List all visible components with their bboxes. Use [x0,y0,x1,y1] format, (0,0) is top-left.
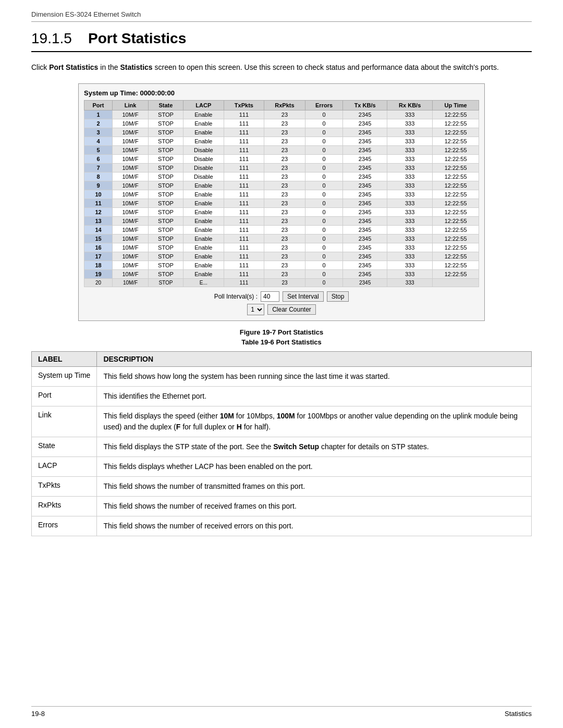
data-cell: 333 [387,235,433,243]
port-cell: 10 [84,190,113,199]
partial-data-cell [433,279,479,287]
data-cell: 10M/F [113,190,149,199]
data-cell: 10M/F [113,208,149,217]
data-cell: 10M/F [113,172,149,181]
desc-header-label: LABEL [32,352,97,367]
data-cell: 10M/F [113,235,149,243]
data-cell: 2345 [343,119,387,128]
desc-header-row: LABEL DESCRIPTION [32,352,532,367]
data-cell: 0 [305,208,343,217]
set-interval-button[interactable]: Set Interval [283,291,324,302]
data-cell: 0 [305,155,343,164]
stop-button[interactable]: Stop [327,291,349,302]
data-cell: 333 [387,128,433,137]
figure-caption: Figure 19-7 Port Statistics [31,328,532,336]
data-cell: STOP [149,155,183,164]
data-cell: STOP [149,172,183,181]
data-cell: 333 [387,164,433,172]
description-table: LABEL DESCRIPTION System up Time This fi… [31,351,532,536]
data-cell: Enable [183,208,224,217]
clear-counter-button[interactable]: Clear Counter [267,304,316,315]
data-cell: 2345 [343,226,387,235]
data-cell: 23 [264,252,305,261]
data-cell: 10M/F [113,128,149,137]
data-cell: 111 [224,208,264,217]
desc-header-description: DESCRIPTION [97,352,532,367]
data-cell: STOP [149,235,183,243]
data-cell: 12:22:55 [433,252,479,261]
data-cell: 23 [264,235,305,243]
data-cell: 2345 [343,208,387,217]
data-cell: 111 [224,172,264,181]
data-cell: 111 [224,137,264,146]
table-header-row: Port Link State LACP TxPkts RxPkts Error… [84,101,479,110]
data-cell: 111 [224,110,264,119]
data-cell: 0 [305,261,343,270]
table-row: 1310M/FSTOPEnable111230234533312:22:55 [84,217,479,226]
table-row: 1010M/FSTOPEnable111230234533312:22:55 [84,190,479,199]
port-cell: 19 [84,270,113,279]
col-header-link: Link [113,101,149,110]
desc-port: This identifies the Ethernet port. [97,387,532,406]
data-cell: 10M/F [113,164,149,172]
table-row: 510M/FSTOPDisable111230234533312:22:55 [84,146,479,155]
data-cell: 23 [264,226,305,235]
data-cell: STOP [149,270,183,279]
data-cell: 10M/F [113,261,149,270]
data-cell: 111 [224,217,264,226]
data-cell: 23 [264,164,305,172]
data-cell: 12:22:55 [433,208,479,217]
data-cell: STOP [149,243,183,252]
desc-rxpkts: This field shows the number of received … [97,497,532,516]
desc-row-link: Link This field displays the speed (eith… [32,406,532,437]
intro-paragraph: Click Port Statistics in the Statistics … [31,61,532,73]
data-cell: 12:22:55 [433,243,479,252]
data-cell: 111 [224,261,264,270]
table-row: 610M/FSTOPDisable111230234533312:22:55 [84,155,479,164]
data-cell: 333 [387,217,433,226]
port-cell: 4 [84,137,113,146]
data-cell: 23 [264,155,305,164]
data-cell: 23 [264,119,305,128]
data-cell: 12:22:55 [433,164,479,172]
data-cell: 23 [264,261,305,270]
data-cell: 2345 [343,235,387,243]
data-cell: 12:22:55 [433,172,479,181]
data-cell: 12:22:55 [433,199,479,208]
data-cell: 12:22:55 [433,270,479,279]
data-cell: Enable [183,261,224,270]
data-cell: Disable [183,146,224,155]
data-cell: 111 [224,119,264,128]
data-cell: 23 [264,190,305,199]
col-header-txkbs: Tx KB/s [343,101,387,110]
port-cell: 5 [84,146,113,155]
data-cell: 10M/F [113,270,149,279]
data-cell: STOP [149,226,183,235]
label-link: Link [32,406,97,437]
top-label: Dimension ES-3024 Ethernet Switch [31,10,532,22]
port-select-dropdown[interactable]: 1 [247,304,264,315]
data-cell: Enable [183,199,224,208]
partial-data-cell: 10M/F [113,279,149,287]
table-row: 1510M/FSTOPEnable111230234533312:22:55 [84,235,479,243]
data-cell: 333 [387,172,433,181]
data-cell: STOP [149,119,183,128]
col-header-errors: Errors [305,101,343,110]
data-cell: 0 [305,199,343,208]
data-cell: 23 [264,128,305,137]
desc-row-errors: Errors This field shows the number of re… [32,516,532,536]
poll-interval-input[interactable] [261,291,279,302]
data-cell: Enable [183,270,224,279]
data-cell: 111 [224,243,264,252]
data-cell: 333 [387,119,433,128]
data-cell: STOP [149,252,183,261]
data-cell: Enable [183,226,224,235]
partial-data-cell: 2345 [343,279,387,287]
data-cell: 111 [224,128,264,137]
data-cell: 2345 [343,146,387,155]
data-cell: 2345 [343,270,387,279]
desc-state: This field displays the STP state of the… [97,437,532,457]
data-cell: 2345 [343,217,387,226]
data-cell: 23 [264,137,305,146]
port-cell: 14 [84,226,113,235]
